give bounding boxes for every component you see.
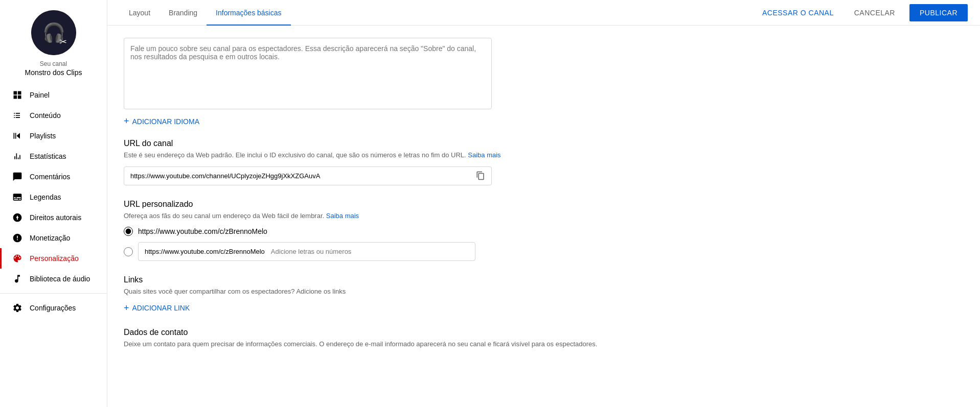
subtitles-icon <box>12 192 22 202</box>
sidebar-item-playlists[interactable]: Playlists <box>0 126 107 146</box>
content-icon <box>12 110 22 121</box>
sidebar-item-personalizacao-label: Personalização <box>30 254 79 262</box>
description-textarea[interactable] <box>124 38 492 109</box>
custom-url-text-wrapper: https://www.youtube.com/c/zBrennoMelo <box>138 242 475 261</box>
tab-informacoes[interactable]: Informações básicas <box>207 1 290 26</box>
url-section-title: URL do canal <box>124 139 964 148</box>
topbar: Layout Branding Informações básicas ACES… <box>107 0 980 26</box>
links-desc: Quais sites você quer compartilhar com o… <box>124 286 964 297</box>
sidebar-item-legendas-label: Legendas <box>30 193 61 201</box>
svg-text:✂: ✂ <box>59 37 66 47</box>
sidebar-item-estatisticas[interactable]: Estatísticas <box>0 146 107 166</box>
publish-button[interactable]: PUBLICAR <box>909 4 968 21</box>
sidebar-item-direitos[interactable]: Direitos autorais <box>0 207 107 228</box>
sidebar-item-playlists-label: Playlists <box>30 132 56 140</box>
contact-section: Dados de contato Deixe um contato para q… <box>124 328 964 349</box>
page-content: + ADICIONAR IDIOMA URL do canal Este é s… <box>107 26 980 407</box>
links-title: Links <box>124 275 964 284</box>
url-input-wrapper <box>124 166 492 185</box>
tabs: Layout Branding Informações básicas <box>120 0 291 25</box>
sidebar-item-configuracoes-label: Configurações <box>30 304 76 312</box>
sidebar-nav: Painel Conteúdo Playlists Estatísticas <box>0 85 107 318</box>
sidebar-item-biblioteca[interactable]: Biblioteca de áudio <box>0 269 107 289</box>
custom-url-radio2[interactable] <box>124 247 133 256</box>
sidebar-item-legendas[interactable]: Legendas <box>0 187 107 207</box>
custom-url-desc: Ofereça aos fãs do seu canal um endereço… <box>124 211 964 221</box>
customize-icon <box>12 253 22 264</box>
url-input[interactable] <box>124 167 470 185</box>
sidebar-item-conteudo[interactable]: Conteúdo <box>0 105 107 126</box>
topbar-actions: ACESSAR O CANAL CANCELAR PUBLICAR <box>756 4 968 21</box>
avatar: 🎧 ✂ <box>31 10 76 55</box>
custom-url-saiba-mais-link[interactable]: Saiba mais <box>326 212 359 220</box>
audio-icon <box>12 274 22 284</box>
sidebar-item-comentarios[interactable]: Comentários <box>0 166 107 187</box>
contact-desc: Deixe um contato para quem precisar de i… <box>124 339 964 349</box>
url-saiba-mais-link[interactable]: Saiba mais <box>468 151 500 159</box>
custom-url-radio1[interactable] <box>124 227 133 236</box>
description-section: + ADICIONAR IDIOMA <box>124 38 964 127</box>
sidebar-item-personalizacao[interactable]: Personalização <box>0 248 107 269</box>
sidebar-item-comentarios-label: Comentários <box>30 173 70 181</box>
custom-url-prefix: https://www.youtube.com/c/zBrennoMelo <box>139 243 265 260</box>
copy-url-button[interactable] <box>470 167 491 184</box>
settings-icon <box>12 303 22 313</box>
sidebar-item-monetizacao[interactable]: Monetização <box>0 228 107 248</box>
url-section: URL do canal Este é seu endereço da Web … <box>124 139 964 185</box>
custom-url-option1-label: https://www.youtube.com/c/zBrennoMelo <box>138 227 267 235</box>
url-section-desc: Este é seu endereço da Web padrão. Ele i… <box>124 150 964 160</box>
add-link-button[interactable]: + ADICIONAR LINK <box>124 303 190 314</box>
custom-url-title: URL personalizado <box>124 200 964 209</box>
tab-branding[interactable]: Branding <box>159 1 207 26</box>
custom-url-text-input[interactable] <box>265 243 475 260</box>
copyright-icon <box>12 212 22 223</box>
custom-url-option2: https://www.youtube.com/c/zBrennoMelo <box>124 242 964 261</box>
sidebar-channel-name: Monstro dos Clips <box>25 68 82 77</box>
stats-icon <box>12 151 22 161</box>
custom-url-option1: https://www.youtube.com/c/zBrennoMelo <box>124 227 964 236</box>
add-language-button[interactable]: + ADICIONAR IDIOMA <box>124 116 199 127</box>
tab-layout[interactable]: Layout <box>120 1 159 26</box>
comments-icon <box>12 172 22 182</box>
sidebar-item-configuracoes[interactable]: Configurações <box>0 298 107 318</box>
sidebar-channel-label: Seu canal <box>40 60 67 67</box>
cancel-button[interactable]: CANCELAR <box>848 5 901 21</box>
dashboard-icon <box>12 90 22 100</box>
custom-url-section: URL personalizado Ofereça aos fãs do seu… <box>124 200 964 261</box>
sidebar-item-monetizacao-label: Monetização <box>30 234 70 242</box>
money-icon <box>12 233 22 243</box>
sidebar-item-conteudo-label: Conteúdo <box>30 111 61 119</box>
sidebar-item-painel[interactable]: Painel <box>0 85 107 105</box>
contact-title: Dados de contato <box>124 328 964 337</box>
sidebar-divider <box>0 293 107 294</box>
sidebar-item-direitos-label: Direitos autorais <box>30 213 81 222</box>
sidebar-item-biblioteca-label: Biblioteca de áudio <box>30 275 90 283</box>
sidebar-item-estatisticas-label: Estatísticas <box>30 152 66 160</box>
links-section: Links Quais sites você quer compartilhar… <box>124 275 964 314</box>
main-content: Layout Branding Informações básicas ACES… <box>107 0 980 407</box>
custom-url-radio-group: https://www.youtube.com/c/zBrennoMelo ht… <box>124 227 964 261</box>
sidebar-item-painel-label: Painel <box>30 91 50 99</box>
playlists-icon <box>12 131 22 141</box>
access-channel-button[interactable]: ACESSAR O CANAL <box>756 5 840 21</box>
sidebar: 🎧 ✂ Seu canal Monstro dos Clips Painel C… <box>0 0 107 407</box>
